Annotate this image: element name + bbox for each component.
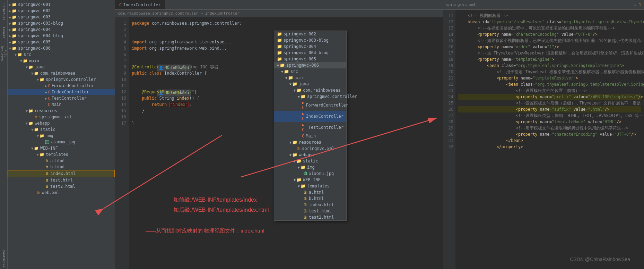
- folder-icon: 📁: [40, 152, 44, 157]
- chevron-down-icon: ▼: [37, 153, 39, 157]
- tree-item-index-html[interactable]: 🗎 index.html: [8, 170, 115, 177]
- sidebar-icons: Structure Commit Pull Requests Bookmarks: [0, 0, 8, 269]
- overlay-item-b-html[interactable]: 🗎b.html: [274, 195, 346, 202]
- folder-icon: 📁: [12, 2, 17, 7]
- tab-IndexController[interactable]: C IndexController: [115, 0, 165, 9]
- tree-item-springmvc-002[interactable]: ▶ 📁 springmvc-002: [8, 8, 115, 14]
- chevron-down-icon: ▼: [26, 121, 28, 125]
- overlay-item-webapp[interactable]: ▼ 📁webapp: [274, 152, 346, 158]
- line-numbers: 1 2 3 4 5 6 7 8 9 10 11 12 13 14 15 16 1…: [115, 17, 129, 269]
- overlay-item-img[interactable]: ▼ 📁img: [274, 164, 346, 170]
- overlay-item-resources[interactable]: ▼ 📁resources: [274, 139, 346, 145]
- tree-item-springmvc-003[interactable]: ▶ 📁 springmvc-003: [8, 14, 115, 20]
- tree-item-src[interactable]: ▼ 📁 src: [8, 51, 115, 58]
- html-file-icon: 🗎: [45, 165, 49, 169]
- overlay-item-6[interactable]: ▼ 📁springmvc-006: [274, 62, 346, 68]
- tree-item-WEB-INF[interactable]: ▼ 📁 WEB-INF: [8, 145, 115, 151]
- java-file-icon: C: [48, 102, 50, 107]
- overlay-item-rainbowseas[interactable]: ▼ 📁com.rainbowseas: [274, 87, 346, 93]
- tree-item-com-rainbowsea[interactable]: ▼ 📁 com.rainbowsea: [8, 70, 115, 76]
- html-icon: 🗎: [303, 196, 307, 201]
- sidebar-icon-pull-requests[interactable]: Pull Requests: [0, 43, 7, 64]
- tree-item-springmvc-006[interactable]: ▼ 📁 springmvc-006: [8, 45, 115, 51]
- sidebar-icon-bookmarks[interactable]: Bookmarks: [0, 248, 7, 269]
- sidebar-icon-structure[interactable]: Structure: [0, 1, 7, 22]
- html-file-icon: 🗎: [45, 178, 49, 183]
- overlay-item-4[interactable]: 📁springmvc-004-blog: [274, 50, 346, 56]
- tree-item-java[interactable]: ▼ 📁 java: [8, 64, 115, 70]
- xml-file-icon: 🗎: [34, 115, 38, 119]
- chevron-right-icon: ▶: [9, 34, 11, 38]
- tree-item-test2-html[interactable]: 🗎 test2.html: [8, 183, 115, 190]
- main-container: Structure Commit Pull Requests Bookmarks…: [0, 0, 644, 269]
- tree-item-springmvc-005[interactable]: ▶ 📁 springmvc-005: [8, 39, 115, 45]
- tree-item-springmvc-controller[interactable]: ▼ 📁 springmvc.controller: [8, 76, 115, 83]
- chevron-down-icon: ▼: [285, 76, 287, 80]
- java-file-icon: C: [48, 84, 50, 88]
- folder-icon: 📁: [28, 65, 33, 69]
- overlay-item-controller[interactable]: ▼ 📁springmvc.controller: [274, 93, 346, 100]
- tree-item-web-xml[interactable]: 🗎 web.xml: [8, 190, 115, 196]
- overlay-item-3[interactable]: 📁springmvc-004: [274, 43, 346, 50]
- overlay-item-xiaomu[interactable]: 🖼xiaomu.jpg: [274, 170, 346, 177]
- tree-item-test-html[interactable]: 🗎 test.html: [8, 177, 115, 183]
- xml-icon: 🗎: [296, 146, 301, 151]
- folder-icon: 📁: [296, 159, 302, 163]
- folder-icon: 📁: [301, 184, 306, 188]
- tree-item-springmvc-xml[interactable]: 🗎 springmvc.xml: [8, 114, 115, 120]
- tree-item-static[interactable]: ▼ 📁 static: [8, 126, 115, 133]
- folder-icon: 📁: [17, 52, 22, 57]
- xml-tab-label[interactable]: springmvc.xml: [446, 2, 476, 7]
- chevron-down-icon: ▼: [298, 166, 300, 169]
- chevron-down-icon: ▼: [31, 128, 33, 132]
- tree-item-springmvc-003-blog[interactable]: ▶ 📁 springmvc-003-blog: [8, 20, 115, 26]
- chevron-right-icon: ▶: [9, 15, 11, 19]
- overlay-item-index-html[interactable]: 🗎index.html: [274, 202, 346, 208]
- overlay-item-Main[interactable]: CMain: [274, 133, 346, 139]
- java-file-icon: C: [48, 90, 50, 94]
- tree-item-a-html[interactable]: 🗎 a.html: [8, 158, 115, 164]
- editor-tabs: C IndexController: [115, 0, 443, 10]
- tree-item-springmvc-004-blog[interactable]: ▶ 📁 springmvc-004-blog: [8, 33, 115, 39]
- overlay-item-TestController[interactable]: ▶ CTestController: [274, 122, 346, 133]
- overlay-item-springmvc-xml[interactable]: 🗎springmvc.xml: [274, 145, 346, 152]
- tree-item-b-html[interactable]: 🗎 b.html: [8, 164, 115, 170]
- chevron-right-icon: ▶: [9, 3, 11, 7]
- chevron-down-icon: ▼: [15, 53, 17, 57]
- overlay-item-java[interactable]: ▼ 📁java: [274, 81, 346, 87]
- overlay-item-static[interactable]: ▼ 📁static: [274, 158, 346, 164]
- overlay-item-src[interactable]: ▼ 📁src: [274, 68, 346, 75]
- tree-item-resources[interactable]: ▼ 📁 resources: [8, 108, 115, 114]
- overlay-item-main[interactable]: ▼ 📁main: [274, 75, 346, 81]
- overlay-item-5[interactable]: 📁springmvc-005: [274, 56, 346, 62]
- overlay-item-a-html[interactable]: 🗎a.html: [274, 189, 346, 195]
- folder-icon: 📁: [34, 127, 39, 132]
- tree-item-ForwardController[interactable]: ▶ C ForwardController: [8, 83, 115, 89]
- xml-tabs: springmvc.xml ⚠ 1: [443, 0, 644, 10]
- tree-item-templates[interactable]: ▼ 📁 templates: [8, 151, 115, 158]
- folder-icon: 📁: [12, 40, 17, 44]
- overlay-item-ForwardController[interactable]: ▶ CForwardController: [274, 100, 346, 111]
- tree-item-IndexController[interactable]: ▶ C IndexController: [8, 89, 115, 95]
- sidebar-icon-commit[interactable]: Commit: [0, 22, 7, 43]
- tree-item-Main[interactable]: ▶ C Main: [8, 101, 115, 108]
- breadcrumb-bar: com.rainbowsea.springmvc.controller > In…: [115, 10, 443, 17]
- overlay-item-1[interactable]: 📁springmvc-002: [274, 31, 346, 37]
- overlay-item-test2-html[interactable]: 🗎test2.html: [274, 214, 346, 220]
- overlay-item-WEB-INF[interactable]: ▼ 📁WEB-INF: [274, 177, 346, 183]
- overlay-item-templates[interactable]: ▼ 📁templates: [274, 183, 346, 189]
- tree-item-webapp[interactable]: ▼ 📁 webapp: [8, 120, 115, 126]
- tree-item-main[interactable]: ▼ 📁 main: [8, 58, 115, 64]
- xml-code-content[interactable]: <!-- 视图解析器--> <bean id="thymeleafViewRes…: [455, 10, 644, 269]
- tree-item-img[interactable]: ▼ 📁 img: [8, 133, 115, 139]
- tree-item-xiaomu-jpg[interactable]: 🖼 xiaomu.jpg: [8, 139, 115, 145]
- tree-item-springmvc-001[interactable]: ▶ 📁 springmvc-001: [8, 1, 115, 8]
- java-icon: ▶ C: [302, 123, 307, 132]
- chevron-down-icon: ▼: [20, 59, 22, 63]
- tree-item-TestController[interactable]: ▶ C TestController: [8, 95, 115, 101]
- tree-item-springmvc-004[interactable]: ▶ 📁 springmvc-004: [8, 26, 115, 33]
- overlay-item-test-html[interactable]: 🗎test.html: [274, 208, 346, 214]
- overlay-item-2[interactable]: 📁springmvc-003-blog: [274, 37, 346, 43]
- overlay-item-IndexController[interactable]: ▶ CIndexController: [274, 111, 346, 122]
- folder-icon: 📁: [301, 94, 306, 99]
